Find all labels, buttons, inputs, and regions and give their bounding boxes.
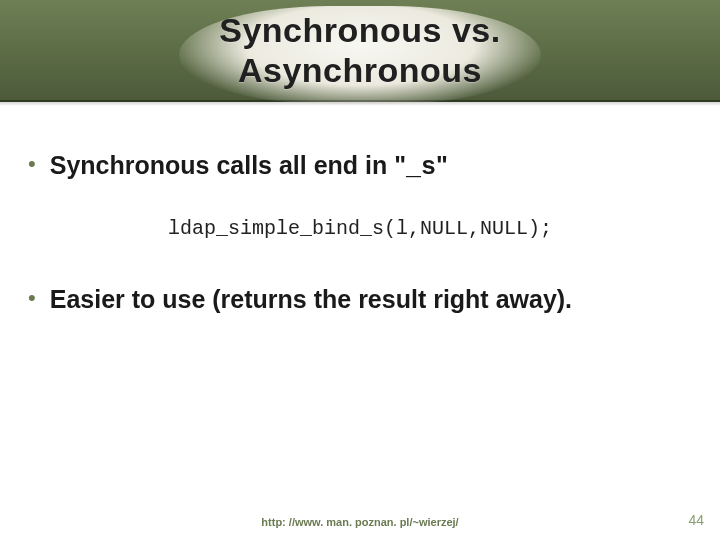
bullet-1-mono: _s xyxy=(406,153,436,182)
footer-url: http: //www. man. poznan. pl/~wierzej/ xyxy=(0,516,720,528)
page-number: 44 xyxy=(688,512,704,528)
slide: Synchronous vs. Asynchronous • Synchrono… xyxy=(0,0,720,540)
bullet-2-text: Easier to use (returns the result right … xyxy=(50,284,572,315)
bullet-1-text: Synchronous calls all end in "_s" xyxy=(50,150,448,183)
bullet-1-pre: Synchronous calls all end in " xyxy=(50,151,406,179)
bullet-dot-icon: • xyxy=(28,150,36,178)
title-line-2: Asynchronous xyxy=(238,51,482,89)
slide-header: Synchronous vs. Asynchronous xyxy=(0,0,720,102)
title-line-1: Synchronous vs. xyxy=(219,11,500,49)
bullet-1: • Synchronous calls all end in "_s" xyxy=(28,150,692,183)
bullet-dot-icon: • xyxy=(28,284,36,312)
bullet-1-post: " xyxy=(436,151,448,179)
bullet-2: • Easier to use (returns the result righ… xyxy=(28,284,692,315)
code-line: ldap_simple_bind_s(l,NULL,NULL); xyxy=(28,217,692,240)
slide-body: • Synchronous calls all end in "_s" ldap… xyxy=(0,102,720,316)
slide-title: Synchronous vs. Asynchronous xyxy=(179,6,540,104)
